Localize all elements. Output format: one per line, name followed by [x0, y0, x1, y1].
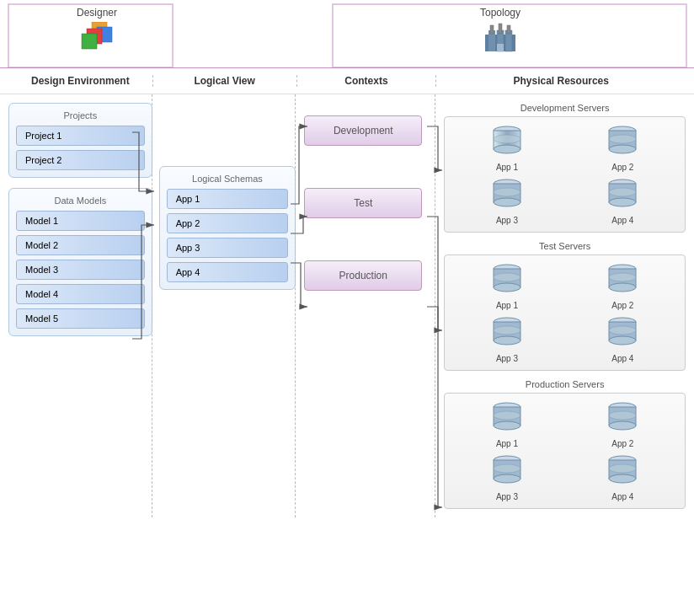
svg-point-46 [494, 421, 520, 430]
svg-point-22 [494, 198, 520, 206]
test-servers-group: Test Servers App 1 [444, 241, 686, 371]
prod-server-2: App 2 [568, 400, 678, 448]
designer-label: Designer [77, 7, 117, 19]
topology-label: Topology [480, 7, 520, 19]
svg-point-35 [609, 273, 636, 281]
dev-server-2: App 2 [568, 124, 678, 172]
svg-rect-9 [499, 24, 502, 34]
test-servers-grid: App 1 App 2 [444, 254, 686, 371]
prod-servers-grid: App 1 App 2 [444, 393, 686, 509]
project-item-1: Project 1 [16, 126, 145, 146]
logical-item-3: App 3 [167, 238, 289, 258]
diagram-container: Designer Topology [0, 0, 694, 616]
col-header-physical: Physical Resources [435, 75, 686, 87]
context-test-box: Test [304, 188, 422, 218]
col-header-logical: Logical View [152, 75, 296, 87]
dev-server-4: App 4 [568, 177, 678, 225]
svg-rect-11 [497, 44, 504, 51]
svg-point-19 [609, 135, 636, 143]
test-server-2: App 2 [568, 262, 678, 310]
topology-section: Topology [323, 7, 677, 54]
svg-rect-8 [490, 25, 494, 34]
svg-point-47 [494, 411, 520, 420]
model-item-4: Model 4 [16, 284, 145, 304]
dev-server-3: App 3 [451, 177, 562, 225]
dev-server-1: App 1 [451, 124, 562, 172]
context-production: Production [304, 260, 435, 291]
db-icon-dev-1 [489, 124, 525, 163]
svg-point-50 [609, 421, 636, 430]
logical-schemas-panel: Logical Schemas App 1 App 2 App 3 App 4 [159, 166, 296, 290]
col-header-contexts: Contexts [296, 75, 436, 87]
project-item-2: Project 2 [16, 150, 145, 170]
full-diagram: Designer Topology [0, 0, 694, 517]
data-models-title: Data Models [16, 196, 145, 206]
svg-point-23 [494, 188, 520, 196]
physical-col: Development Servers App 1 [435, 103, 686, 509]
contexts-col: Development Test Production [296, 103, 435, 509]
svg-point-38 [494, 336, 520, 345]
design-env-col: Projects Project 1 Project 2 Data Models… [8, 103, 152, 509]
prod-server-4: App 4 [568, 453, 678, 501]
designer-section: Designer [17, 7, 177, 54]
svg-point-34 [609, 283, 636, 292]
model-item-1: Model 1 [16, 211, 145, 231]
svg-point-54 [494, 474, 520, 483]
logical-item-1: App 1 [167, 189, 289, 209]
projects-panel: Projects Project 1 Project 2 [8, 103, 152, 178]
context-development: Development [304, 115, 435, 146]
designer-icon [77, 22, 117, 54]
model-item-3: Model 3 [16, 260, 145, 280]
projects-title: Projects [16, 110, 145, 121]
model-item-2: Model 2 [16, 235, 145, 255]
topology-icon [478, 22, 522, 54]
svg-point-27 [609, 188, 636, 196]
svg-point-59 [609, 464, 636, 473]
main-content: Projects Project 1 Project 2 Data Models… [0, 94, 694, 517]
context-test: Test [304, 188, 435, 218]
logical-item-2: App 2 [167, 213, 289, 233]
test-server-1: App 1 [451, 262, 562, 310]
prod-servers-group: Production Servers App 1 [444, 379, 686, 509]
svg-point-15 [494, 135, 520, 143]
svg-point-26 [609, 198, 636, 206]
logical-item-4: App 4 [167, 262, 289, 282]
col-header-design: Design Environment [8, 75, 152, 87]
data-models-panel: Data Models Model 1 Model 2 Model 3 Mode… [8, 188, 152, 336]
prod-server-1: App 1 [451, 400, 562, 448]
context-production-box: Production [304, 260, 422, 291]
svg-rect-10 [507, 25, 510, 34]
svg-point-39 [494, 326, 520, 335]
svg-point-42 [609, 336, 636, 345]
svg-point-31 [494, 273, 520, 281]
test-server-3: App 3 [451, 315, 562, 363]
column-headers: Design Environment Logical View Contexts… [0, 67, 694, 94]
context-development-box: Development [304, 115, 422, 146]
prod-server-3: App 3 [451, 453, 562, 501]
svg-point-58 [609, 474, 636, 483]
svg-rect-3 [82, 34, 97, 49]
svg-point-55 [494, 464, 520, 473]
prod-servers-title: Production Servers [444, 379, 686, 389]
logical-view-col: Logical Schemas App 1 App 2 App 3 App 4 [152, 103, 296, 509]
logical-schemas-title: Logical Schemas [167, 174, 289, 184]
dev-servers-group: Development Servers App 1 [444, 103, 686, 233]
model-item-5: Model 5 [16, 308, 145, 329]
dev-servers-grid: App 1 App 2 [444, 116, 686, 233]
svg-point-18 [609, 145, 636, 153]
svg-point-14 [494, 145, 520, 153]
svg-point-30 [494, 283, 520, 292]
svg-point-51 [609, 411, 636, 420]
svg-point-43 [609, 326, 636, 335]
test-server-4: App 4 [568, 315, 678, 363]
dev-servers-title: Development Servers [444, 103, 686, 113]
test-servers-title: Test Servers [444, 241, 686, 251]
